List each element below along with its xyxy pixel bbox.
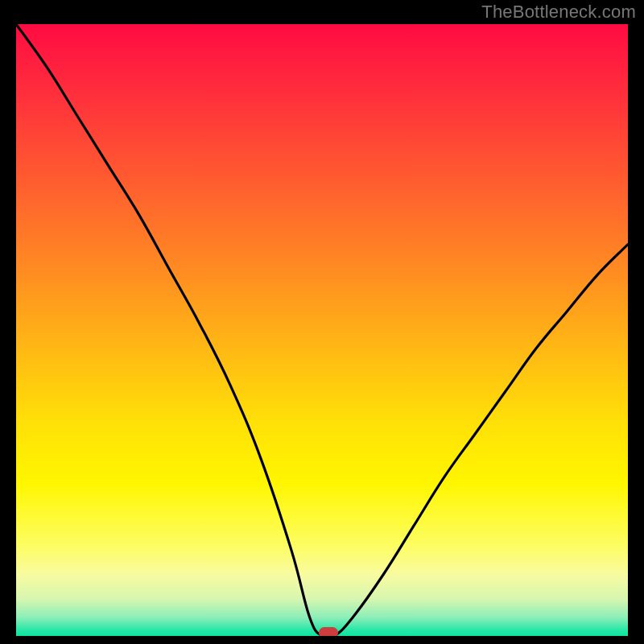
plot-area [16,24,628,636]
watermark-text: TheBottleneck.com [481,2,636,23]
chart-container: TheBottleneck.com [0,0,644,644]
curve-path [16,24,628,636]
bottleneck-curve [16,24,628,636]
optimal-point-marker [319,627,338,636]
